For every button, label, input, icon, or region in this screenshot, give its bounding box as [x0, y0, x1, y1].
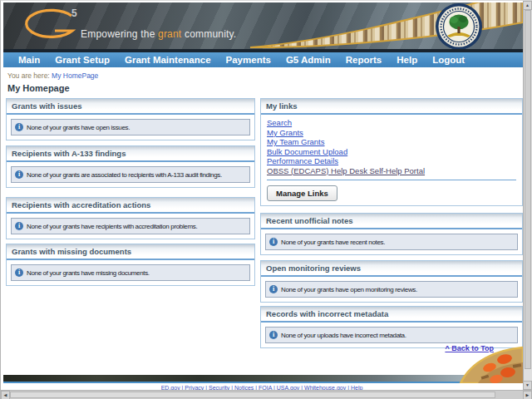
- tagline-prefix: Empowering the: [81, 28, 158, 40]
- department-of-education-seal-icon: [435, 2, 483, 49]
- footer-photo-strip: [3, 375, 523, 383]
- info-icon: i: [15, 222, 23, 230]
- tagline: Empowering the grant community.: [81, 28, 236, 40]
- horizontal-scrollbar[interactable]: ◀ ▶: [1, 390, 532, 399]
- breadcrumb-label: You are here:: [7, 71, 50, 80]
- nav-item-payments[interactable]: Payments: [219, 52, 278, 67]
- link-my-team-grants[interactable]: My Team Grants: [267, 137, 516, 147]
- page-title: My Homepage: [7, 83, 70, 93]
- link-bulk-document-upload[interactable]: Bulk Document Upload: [267, 147, 516, 157]
- panel-title: Records with incorrect metadata: [261, 307, 522, 323]
- panel-grants-with-issues: Grants with issues i None of your grants…: [6, 98, 255, 140]
- links-divider: [267, 180, 516, 180]
- scroll-down-icon[interactable]: ▼: [523, 381, 532, 390]
- info-message: i None of your uploads have incorrect me…: [265, 327, 518, 343]
- info-message: i None of your grants have missing docum…: [11, 264, 250, 281]
- info-text: None of your uploads have incorrect meta…: [281, 332, 406, 339]
- info-icon: i: [269, 331, 278, 339]
- info-text: None of your grants have open monitoring…: [281, 286, 417, 293]
- panel-title: Grants with issues: [7, 99, 254, 115]
- link-obss-help-desk[interactable]: OBSS (EDCAPS) Help Desk Self-Help Portal: [267, 166, 516, 176]
- scroll-up-icon[interactable]: ▲: [523, 1, 532, 10]
- breadcrumb-current-link[interactable]: My HomePage: [52, 71, 98, 80]
- panel-accreditation-actions: Recipients with accreditation actions i …: [6, 197, 255, 239]
- nav-item-g5-admin[interactable]: G5 Admin: [278, 52, 338, 67]
- panel-a133-findings: Recipients with A-133 findings i None of…: [6, 145, 255, 188]
- manage-links-button[interactable]: Manage Links: [267, 185, 337, 201]
- panel-incorrect-metadata: Records with incorrect metadata i None o…: [260, 306, 523, 348]
- vertical-scrollbar[interactable]: ▲ ▼: [523, 1, 532, 390]
- info-icon: i: [15, 123, 23, 131]
- back-to-top-link[interactable]: ^ Back to Top: [445, 344, 494, 352]
- nav-item-logout[interactable]: Logout: [425, 52, 472, 67]
- info-text: None of your grants are associated to re…: [27, 171, 222, 179]
- nav-item-grant-setup[interactable]: Grant Setup: [47, 52, 117, 67]
- panel-unofficial-notes: Recent unofficial notes i None of your g…: [260, 213, 523, 255]
- info-text: None of your grants have missing documen…: [27, 269, 150, 277]
- panel-title: Recipients with accreditation actions: [7, 198, 254, 214]
- horizontal-scrollbar-thumb[interactable]: [10, 392, 495, 398]
- info-message: i None of your grants have recent notes.: [265, 234, 518, 250]
- panel-title: Grants with missing documents: [7, 244, 254, 260]
- info-icon: i: [15, 170, 23, 179]
- info-message: i None of your grants are associated to …: [11, 166, 250, 183]
- info-icon: i: [269, 238, 278, 246]
- g5-homepage: 5 Empowering the grant community. Main G…: [0, 0, 532, 399]
- link-performance-details[interactable]: Performance Details: [267, 156, 516, 166]
- info-text: None of your grants have recent notes.: [281, 239, 385, 246]
- info-message: i None of your grants have open issues.: [11, 119, 250, 135]
- info-icon: i: [15, 268, 23, 277]
- main-navbar: Main Grant Setup Grant Maintenance Payme…: [3, 49, 523, 67]
- g5-logo-sup: 5: [71, 7, 77, 19]
- nav-item-main[interactable]: Main: [11, 52, 47, 67]
- nav-item-reports[interactable]: Reports: [338, 52, 389, 67]
- breadcrumb: You are here: My HomePage: [7, 71, 98, 80]
- nav-item-grant-maintenance[interactable]: Grant Maintenance: [117, 52, 219, 67]
- scroll-right-icon[interactable]: ▶: [523, 391, 532, 399]
- link-search[interactable]: Search: [267, 118, 516, 128]
- tagline-highlight: grant: [158, 28, 181, 40]
- info-text: None of your grants have recipients with…: [27, 223, 197, 230]
- vertical-scrollbar-thumb[interactable]: [525, 10, 531, 369]
- header-banner: 5 Empowering the grant community.: [3, 2, 523, 49]
- tagline-suffix: community.: [181, 28, 236, 40]
- info-text: None of your grants have open issues.: [27, 124, 130, 131]
- panel-my-links: My links Search My Grants My Team Grants…: [260, 98, 523, 206]
- info-message: i None of your grants have recipients wi…: [11, 218, 250, 234]
- info-message: i None of your grants have open monitori…: [265, 281, 518, 298]
- panel-title: Recipients with A-133 findings: [7, 146, 254, 162]
- panel-monitoring-reviews: Open monitoring reviews i None of your g…: [260, 260, 523, 303]
- info-icon: i: [269, 285, 278, 293]
- panel-title: Recent unofficial notes: [261, 214, 522, 229]
- link-my-grants[interactable]: My Grants: [267, 128, 516, 138]
- panel-title: Open monitoring reviews: [261, 261, 522, 277]
- panel-title: My links: [261, 99, 522, 115]
- scroll-left-icon[interactable]: ◀: [1, 391, 10, 399]
- left-column: Grants with issues i None of your grants…: [6, 98, 255, 286]
- right-column: My links Search My Grants My Team Grants…: [260, 98, 523, 348]
- panel-missing-documents: Grants with missing documents i None of …: [6, 244, 255, 286]
- nav-item-help[interactable]: Help: [389, 52, 425, 67]
